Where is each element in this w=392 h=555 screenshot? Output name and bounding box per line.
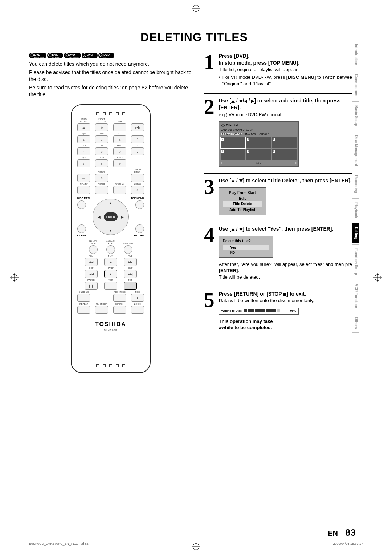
- step-text: After that, "Are you sure?" will appear,…: [219, 261, 359, 274]
- up-icon: ▲: [109, 201, 113, 205]
- warning-note: This operation may take: [219, 318, 359, 325]
- play-icon: ▶: [104, 258, 117, 266]
- left-icon: [244, 100, 247, 103]
- section-tab: Disc Management: [352, 131, 359, 170]
- step-heading: Use [ / ] to select "Yes", then press [E…: [219, 226, 359, 232]
- down-icon: [239, 100, 243, 103]
- dvd-badge: DVD+RW: [82, 53, 98, 58]
- step-5: 5 Press [RETURN] or [STOP ] to exit. Dat…: [204, 287, 359, 331]
- input-icon: ⊕: [95, 123, 108, 131]
- intro-paragraph: Be sure to read "Notes for deleting titl…: [29, 84, 192, 98]
- section-tabs: IntroductionConnectionsBasic SetupDisc M…: [352, 40, 359, 333]
- skip-next-icon: ▶▶|: [124, 270, 137, 278]
- eject-icon: ⏏: [77, 123, 90, 131]
- right-arrow-icon: [295, 162, 297, 165]
- section-tab: Introduction: [352, 40, 359, 69]
- up-icon: [231, 179, 235, 182]
- imprint-timestamp: 2009/04/03 15:39:17: [333, 542, 363, 546]
- left-icon: ◀: [98, 215, 101, 219]
- section-tab: Playback: [352, 198, 359, 222]
- context-menu-osd: Play From Start Edit Title Delete Add To…: [219, 187, 266, 215]
- language-code: EN: [328, 529, 338, 537]
- dvd-compatibility-badges: DVDVIDEO MODE DVDVR MODE DVDVIDEO MODE D…: [29, 53, 192, 58]
- stop-icon: ■: [104, 270, 117, 278]
- right-icon: ▶: [121, 215, 124, 219]
- section-tab: Basic Setup: [352, 101, 359, 130]
- ffwd-icon: ▶▶: [124, 258, 137, 266]
- step-4: 4 Use [ / ] to select "Yes", then press …: [204, 222, 359, 280]
- dvd-badge: DVD+R: [98, 53, 114, 58]
- step-text: Title list, original or playlist will ap…: [219, 66, 359, 73]
- imprint-filename: E9SK0UD_DVR670KU_EN_v1.1.indd 83: [29, 542, 89, 546]
- step-number: 4: [204, 226, 215, 280]
- step-1: 1 Press [DVD]. In stop mode, press [TOP …: [204, 53, 359, 87]
- stop-icon: [283, 293, 286, 296]
- skip-prev-icon: |◀◀: [85, 270, 98, 278]
- step-2: 2 Use [ / / / ] to select a desired titl…: [204, 93, 359, 166]
- section-tab: Recording: [352, 171, 359, 197]
- up-icon: [231, 228, 235, 231]
- left-arrow-icon: [221, 162, 222, 165]
- confirm-no: No: [223, 250, 269, 255]
- brand-logo: TOSHIBA: [75, 321, 146, 328]
- right-icon: [251, 100, 254, 103]
- step-heading: Use [ / ] to select "Title Delete", then…: [219, 177, 359, 184]
- progress-bar: [244, 309, 288, 312]
- section-tab: Function Setup: [352, 244, 359, 279]
- step-number: 3: [204, 177, 215, 215]
- section-tab: Others: [352, 313, 359, 333]
- intro-paragraph: Please be advised that the titles once d…: [29, 69, 192, 83]
- step-number: 1: [204, 53, 215, 87]
- page-title: DELETING TITLES: [29, 31, 359, 44]
- rec-icon: ●: [131, 294, 144, 302]
- step-bullet: For VR mode DVD-RW, press [DISC MENU] to…: [219, 74, 359, 87]
- step-heading: Press [DVD].: [219, 53, 359, 60]
- warning-note: awhile to be completed.: [219, 324, 359, 331]
- menu-item-selected: Title Delete: [223, 201, 262, 207]
- section-tab: VCR Function: [352, 280, 359, 312]
- down-icon: [239, 228, 243, 231]
- pause-icon: ❚❚: [85, 282, 98, 290]
- step-heading: Press [RETURN] or [STOP ] to exit.: [219, 291, 359, 297]
- intro-paragraph: You can delete titles which you do not n…: [29, 61, 192, 68]
- page-footer: EN83: [328, 527, 356, 538]
- step-heading: Use [ / / / ] to select a desired title,…: [219, 97, 359, 111]
- intro-text: You can delete titles which you do not n…: [29, 61, 192, 98]
- dpad: DISC MENU TOP MENU ▲ ▼ ◀ ▶ ENTER CLEAR R…: [75, 197, 146, 237]
- menu-item: Edit: [223, 196, 262, 202]
- down-icon: ▼: [109, 228, 113, 232]
- dvd-badge: DVDVIDEO MODE: [64, 53, 81, 58]
- page-content: DELETING TITLES DVDVIDEO MODE DVDVR MODE…: [29, 22, 359, 533]
- step-text: Data will be written onto the disc momen…: [219, 297, 359, 304]
- power-icon: I/⏻: [131, 123, 144, 131]
- confirm-yes: Yes: [223, 245, 269, 250]
- left-column: DVDVIDEO MODE DVDVR MODE DVDVIDEO MODE D…: [29, 53, 192, 373]
- example-label: e.g.) VR mode DVD-RW original: [219, 112, 359, 118]
- steps-column: 1 Press [DVD]. In stop mode, press [TOP …: [204, 53, 359, 373]
- up-icon: [231, 100, 235, 103]
- dvd-badge: DVDVR MODE: [47, 53, 63, 58]
- writing-progress-osd: Writing to Disc 90%: [219, 308, 299, 315]
- disc-icon: [221, 124, 225, 127]
- rewind-icon: ◀◀: [85, 258, 98, 266]
- dvd-badge: DVDVIDEO MODE: [29, 53, 46, 58]
- section-tab: Editing: [352, 223, 359, 243]
- title-list-osd: Title List JAN/ 1/09 1:00AM CH10 LP 1:00…: [219, 121, 299, 166]
- step-3: 3 Use [ / ] to select "Title Delete", th…: [204, 173, 359, 215]
- confirm-dialog-osd: Delete this title? Yes No: [219, 236, 273, 258]
- remote-control-diagram: OPEN/ CLOSE⏏ INPUT SELECT⊕ HDMI I/⏻ .@/:…: [71, 104, 151, 373]
- down-icon: [239, 179, 243, 182]
- step-number: 5: [204, 291, 215, 331]
- menu-item: Play From Start: [223, 190, 262, 196]
- model-number: SE-R0294: [75, 328, 146, 332]
- step-heading: In stop mode, press [TOP MENU].: [219, 60, 359, 66]
- step-number: 2: [204, 97, 215, 166]
- page-number: 83: [345, 527, 356, 538]
- section-tab: Connections: [352, 70, 359, 100]
- enter-button: ENTER: [104, 212, 118, 221]
- step-text: Title will be deleted.: [219, 274, 359, 280]
- menu-item: Add To Playlist: [223, 207, 262, 213]
